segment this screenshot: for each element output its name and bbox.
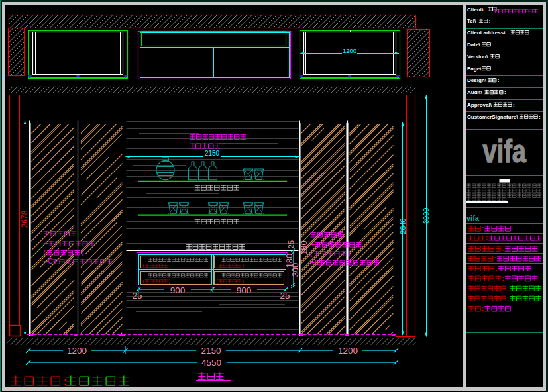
svg-text:1200: 1200 — [343, 47, 356, 54]
svg-text:25: 25 — [287, 240, 295, 248]
svg-text::: : — [498, 77, 500, 83]
svg-text:Audit\: Audit\ — [467, 89, 482, 95]
svg-text::: : — [502, 275, 504, 282]
svg-text:4550: 4550 — [201, 358, 221, 368]
svg-text:+C: +C — [44, 258, 53, 265]
svg-text:+: + — [311, 241, 315, 248]
svg-text:Version\: Version\ — [467, 54, 488, 60]
svg-text::: : — [507, 295, 509, 302]
svg-text::: : — [482, 305, 484, 312]
svg-text:25: 25 — [280, 291, 290, 301]
svg-text:900: 900 — [237, 285, 252, 295]
svg-text:Date\: Date\ — [467, 42, 480, 48]
svg-text:Design\: Design\ — [467, 77, 487, 83]
svg-text::: : — [507, 285, 509, 292]
svg-text:): ) — [82, 249, 83, 256]
svg-text:300: 300 — [290, 263, 300, 277]
svg-text::: : — [530, 30, 532, 36]
svg-text:2640: 2640 — [399, 218, 407, 234]
svg-text:Client\: Client\ — [467, 7, 484, 13]
svg-text::: : — [504, 89, 506, 95]
svg-text:Page\: Page\ — [467, 66, 482, 72]
svg-text:): ) — [349, 250, 351, 257]
svg-text::: : — [495, 265, 497, 272]
svg-text::: : — [494, 255, 496, 262]
svg-text:2678: 2678 — [20, 210, 29, 228]
svg-text:Tel\: Tel\ — [467, 18, 476, 24]
svg-text::: : — [539, 114, 541, 120]
svg-text:900: 900 — [170, 285, 186, 295]
svg-text:2150: 2150 — [205, 150, 220, 157]
svg-text:+: + — [44, 240, 48, 247]
svg-text:vifa: vifa — [483, 133, 527, 169]
svg-text:180: 180 — [299, 240, 309, 255]
svg-text::: : — [486, 234, 488, 241]
svg-text::: : — [502, 245, 504, 252]
svg-text:Approval\: Approval\ — [467, 102, 492, 108]
svg-text:1200: 1200 — [338, 346, 358, 356]
svg-text::: : — [492, 42, 494, 48]
svg-text:vifa: vifa — [466, 214, 480, 222]
svg-text::: : — [492, 66, 494, 72]
svg-text:+C: +C — [311, 259, 319, 266]
svg-text:1200: 1200 — [67, 346, 87, 356]
svg-text:3000: 3000 — [422, 208, 430, 224]
svg-text:25: 25 — [132, 291, 142, 301]
svg-text::: : — [500, 54, 502, 60]
svg-text:2150: 2150 — [201, 346, 221, 356]
svg-text:CustomerSignature\: CustomerSignature\ — [467, 114, 518, 120]
svg-text::: : — [482, 224, 484, 232]
svg-text:Client address\: Client address\ — [467, 30, 506, 36]
svg-text::: : — [513, 102, 515, 108]
svg-text::: : — [489, 18, 491, 24]
